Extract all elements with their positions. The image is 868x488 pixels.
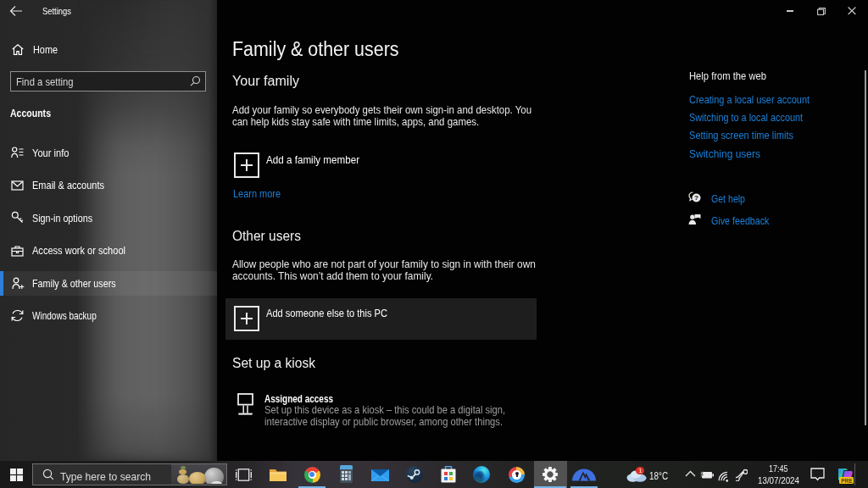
svg-text:?: ?: [694, 194, 698, 202]
